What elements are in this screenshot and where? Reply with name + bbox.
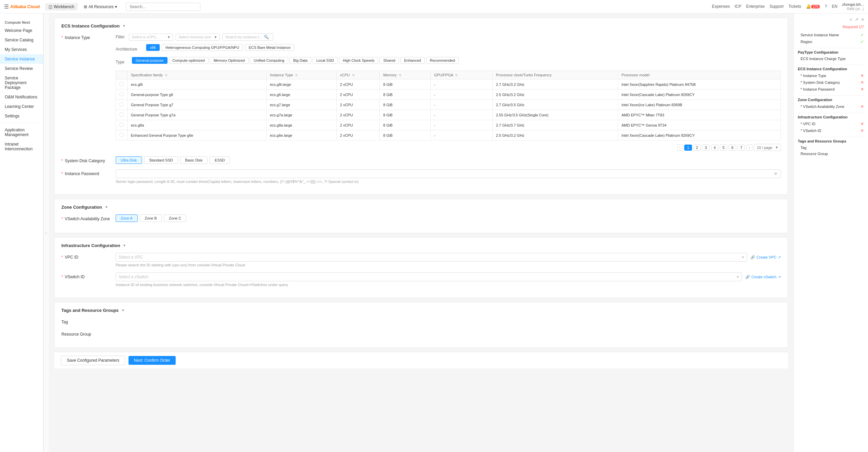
infra-collapse-icon[interactable]: ▾ — [123, 243, 125, 248]
type-tab-unified[interactable]: Unified Computing — [250, 57, 288, 64]
table-row[interactable]: Enhanced General Purpose Type g6e ecs.g6… — [116, 130, 781, 140]
cell-model-2: Intel Xeon(Ice Lake) Platinum 8369B — [618, 100, 781, 110]
row-radio-4[interactable] — [119, 123, 124, 127]
vswitch-select[interactable]: Select a vSwitch ▾ — [116, 272, 742, 281]
nav-expenses[interactable]: Expenses — [712, 4, 730, 9]
table-row[interactable]: ecs.g8i ecs.g8i.large 2 vCPU 8 GiB - 2.7… — [116, 79, 781, 90]
arch-bare-metal-button[interactable]: ECS Bare Metal Instance — [245, 44, 294, 51]
rp-close-icon[interactable]: × — [850, 17, 852, 22]
sidebar-item-welcome[interactable]: Welcome Page — [0, 26, 43, 35]
col-model[interactable]: Processor model — [618, 71, 781, 79]
disk-ultra-button[interactable]: Ultra Disk — [116, 156, 142, 164]
disk-standard-ssd-button[interactable]: Standard SSD — [144, 156, 178, 164]
nav-enterprise[interactable]: Enterprise — [746, 4, 765, 9]
create-vswitch-link[interactable]: 🔗 Create vSwitch ↗ — [745, 275, 781, 279]
page-4-button[interactable]: 4 — [711, 145, 718, 151]
disk-essd-button[interactable]: ESSD — [210, 156, 230, 164]
col-clock[interactable]: Processor clock/Turbo Frequency — [492, 71, 618, 79]
col-spec-family[interactable]: Specification family ⇅ — [127, 71, 267, 79]
bell-icon[interactable]: 🔔175 — [806, 4, 820, 9]
page-3-button[interactable]: 3 — [702, 145, 710, 151]
sidebar-item-service-deployment[interactable]: Service Deployment Package — [0, 73, 43, 92]
zone-b-button[interactable]: Zone B — [140, 214, 162, 222]
tags-collapse-icon[interactable]: ▾ — [122, 308, 124, 313]
zone-a-button[interactable]: Zone A — [116, 214, 138, 222]
row-radio-0[interactable] — [119, 82, 124, 86]
table-row[interactable]: ecs.g8a ecs.g8a.large 2 vCPU 8 GiB - 2.7… — [116, 120, 781, 130]
page-1-button[interactable]: 1 — [684, 145, 692, 151]
type-tab-enhanced[interactable]: Enhanced — [400, 57, 425, 64]
hamburger-icon[interactable]: ☰ — [4, 3, 9, 10]
page-2-button[interactable]: 2 — [693, 145, 701, 151]
sidebar-item-om-notifications[interactable]: O&M Notifications — [0, 92, 43, 102]
ecs-config-collapse-icon[interactable]: ▾ — [123, 24, 125, 28]
all-resources-button[interactable]: ⊞ All Resources ▾ — [80, 3, 120, 11]
table-row[interactable]: General Purpose Type g7 ecs.g7.large 2 v… — [116, 100, 781, 110]
sidebar-item-service-catalog[interactable]: Service Catalog — [0, 35, 43, 45]
table-row[interactable]: General-purpose Type g6 ecs.g6.large 2 v… — [116, 90, 781, 100]
sidebar-item-service-review[interactable]: Service Review — [0, 64, 43, 73]
type-tab-recommended[interactable]: Recommended — [426, 57, 459, 64]
prev-page-button[interactable]: ‹ — [677, 145, 683, 151]
help-icon[interactable]: ? — [825, 4, 827, 9]
next-page-button[interactable]: › — [746, 145, 752, 151]
type-tab-highclock[interactable]: High Clock Speeds — [339, 57, 378, 64]
rp-menu-icon[interactable]: ≡ — [861, 17, 864, 22]
sidebar-item-my-services[interactable]: My Services — [0, 45, 43, 54]
type-tab-memory[interactable]: Memory Optimized — [210, 57, 249, 64]
row-radio-5[interactable] — [119, 133, 124, 137]
row-radio-3[interactable] — [119, 112, 124, 117]
col-gpu[interactable]: GPU/FPGA ⇅ — [430, 71, 492, 79]
type-tab-shared[interactable]: Shared — [379, 57, 399, 64]
type-tab-compute[interactable]: Compute-optimized — [169, 57, 209, 64]
eye-icon[interactable]: 👁 — [774, 171, 778, 176]
nav-support[interactable]: Support — [769, 4, 784, 9]
globe-icon[interactable]: EN — [832, 4, 837, 9]
rp-x-icon-6[interactable]: ✕ — [861, 80, 864, 85]
sidebar-item-settings[interactable]: Settings — [0, 111, 43, 121]
memory-filter-select[interactable]: Select memory size ▾ — [176, 34, 220, 41]
nav-icp[interactable]: ICP — [734, 4, 741, 9]
arch-x86-button[interactable]: x86 — [146, 44, 160, 51]
password-input[interactable] — [116, 169, 781, 178]
row-radio-2[interactable] — [119, 102, 124, 107]
create-vpc-link[interactable]: 🔗 Create VPC ↗ — [750, 255, 781, 260]
col-vcpu[interactable]: vCPU ⇅ — [336, 71, 380, 79]
rp-expand-icon[interactable]: ↗ — [855, 17, 859, 22]
sidebar-item-service-instance[interactable]: Service Instance — [0, 54, 43, 64]
workbench-button[interactable]: ◫ Workbench — [45, 3, 77, 11]
sidebar-collapse-handle[interactable]: ‹ — [43, 14, 49, 452]
page-5-button[interactable]: 5 — [720, 145, 727, 151]
col-instance-type[interactable]: Instance Type ⇅ — [266, 71, 336, 79]
user-info[interactable]: zhongsi.lzh... RAM (zh...) — [842, 2, 864, 11]
sidebar-item-learning-center[interactable]: Learning Center — [0, 102, 43, 111]
nav-tickets[interactable]: Tickets — [788, 4, 801, 9]
confirm-order-button[interactable]: Next: Confirm Order — [129, 356, 176, 365]
type-tab-bigdata[interactable]: Big Data — [290, 57, 311, 64]
vcpu-filter-select[interactable]: Select a vCPU... ▾ — [129, 34, 173, 41]
vpc-select[interactable]: Select a VPC ▾ — [116, 253, 747, 262]
sidebar-item-app-management[interactable]: Application Management — [0, 125, 43, 139]
cell-gpu-0: - — [430, 79, 492, 90]
table-row[interactable]: General Purpose Type g7a ecs.g7a.large 2… — [116, 110, 781, 120]
type-tab-localssd[interactable]: Local SSD — [313, 57, 338, 64]
col-memory[interactable]: Memory ⇅ — [380, 71, 431, 79]
rp-x-icon-5[interactable]: ✕ — [861, 73, 864, 78]
rp-x-icon-11[interactable]: ✕ — [861, 121, 864, 126]
arch-gpu-button[interactable]: Heterogeneous Computing GPU/FPGA/NPU — [162, 44, 243, 51]
rp-x-icon-9[interactable]: ✕ — [861, 104, 864, 109]
rp-x-icon-7[interactable]: ✕ — [861, 87, 864, 92]
rp-x-icon-12[interactable]: ✕ — [861, 128, 864, 133]
page-7-button[interactable]: 7 — [737, 145, 745, 151]
per-page-select[interactable]: 10 / page ▾ — [754, 144, 781, 151]
page-6-button[interactable]: 6 — [729, 145, 736, 151]
save-parameters-button[interactable]: Save Configured Parameters — [61, 356, 125, 365]
zone-c-button[interactable]: Zone C — [164, 214, 186, 222]
sidebar-item-intranet[interactable]: Intranet Interconnection — [0, 139, 43, 154]
search-input[interactable] — [126, 3, 200, 11]
disk-basic-button[interactable]: Basic Disk — [180, 156, 208, 164]
instance-search[interactable]: Search by instance t... 🔍 — [222, 33, 273, 41]
row-radio-1[interactable] — [119, 92, 124, 96]
zone-collapse-icon[interactable]: ▾ — [105, 205, 107, 209]
type-tab-general[interactable]: General-purpose — [132, 57, 167, 64]
